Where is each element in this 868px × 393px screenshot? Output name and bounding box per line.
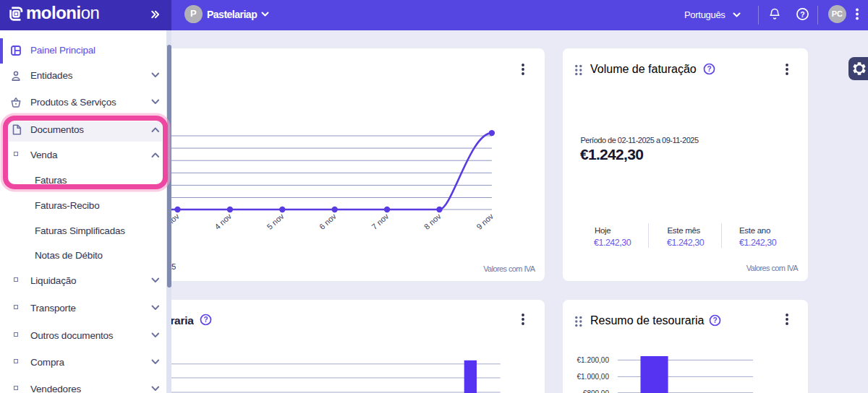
svg-text:5 nov: 5 nov [265, 211, 286, 230]
svg-text:7 nov: 7 nov [370, 211, 390, 230]
svg-text:8 nov: 8 nov [422, 211, 443, 230]
svg-text:4 nov: 4 nov [213, 211, 233, 230]
svg-text:6 nov: 6 nov [318, 211, 338, 230]
svg-text:€800,00: €800,00 [583, 389, 610, 393]
svg-text:€1.200,00: €1.200,00 [577, 356, 610, 364]
svg-text:?: ? [800, 10, 804, 19]
svg-text:9 nov: 9 nov [475, 211, 495, 230]
svg-text:€1.000,00: €1.000,00 [577, 373, 610, 381]
svg-text:?: ? [707, 65, 711, 73]
